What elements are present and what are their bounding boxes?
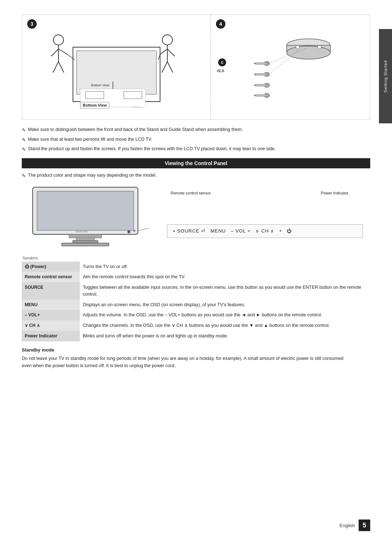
key-pi: Power Indicator bbox=[22, 331, 80, 341]
key-vol: – VOL+ bbox=[22, 310, 80, 320]
svg-point-25 bbox=[287, 46, 330, 59]
c-label: c bbox=[218, 58, 226, 66]
side-tab-text: Getting Started bbox=[383, 60, 388, 93]
svg-line-9 bbox=[167, 49, 175, 56]
cp-note-text: The product color and shape may vary dep… bbox=[28, 173, 156, 178]
svg-marker-37 bbox=[253, 73, 256, 75]
key-ch: ∨ CH ∧ bbox=[22, 320, 80, 331]
svg-line-8 bbox=[160, 49, 167, 54]
svg-rect-34 bbox=[256, 62, 267, 65]
step4-circle: 4 bbox=[216, 19, 225, 29]
key-menu: MENU bbox=[22, 300, 80, 310]
power-indicator-label: Power Indicator bbox=[321, 191, 348, 195]
val-rcs: Aim the remote control towards this spot… bbox=[80, 272, 370, 282]
svg-point-26 bbox=[296, 45, 299, 49]
footer-page: 5 bbox=[359, 520, 370, 531]
key-source: SOURCE bbox=[22, 282, 80, 300]
step4-illustration bbox=[236, 24, 345, 111]
step3-circle: 3 bbox=[27, 19, 37, 29]
tv-diagram-svg: SAMSUNG bbox=[25, 185, 156, 249]
page-container: Getting Started 3 bbox=[0, 0, 392, 542]
button-strip: • SOURCE ⏎ MENU – VOL + ∨ CH ∧ • ⏻ bbox=[167, 224, 363, 238]
note-3: ✎ Stand the product up and fasten the sc… bbox=[22, 145, 370, 153]
table-row: MENU Displays an on-screen menu, the OSD… bbox=[22, 300, 370, 310]
standby-title: Standby mode bbox=[22, 347, 370, 353]
note-text-2: Make sure that at least two persons lift… bbox=[28, 136, 152, 143]
cp-diagram: SAMSUNG Remote control sensor Power Indi… bbox=[22, 184, 370, 249]
svg-marker-40 bbox=[253, 84, 256, 86]
illus-step4: 4 c 4EA bbox=[211, 15, 370, 119]
key-power: ⏻ (Power) bbox=[22, 262, 80, 272]
svg-rect-48 bbox=[76, 238, 94, 240]
val-menu: Displays an on-screen menu, the OSD (on … bbox=[80, 300, 370, 310]
key-rcs: Remote control sensor bbox=[22, 272, 80, 282]
svg-rect-47 bbox=[69, 234, 102, 238]
note-icon-3: ✎ bbox=[22, 146, 26, 153]
table-row: – VOL+ Adjusts the volume. In the OSD, u… bbox=[22, 310, 370, 320]
svg-text:SAMSUNG: SAMSUNG bbox=[75, 230, 88, 233]
note-1: ✎ Make sure to distinguish between the f… bbox=[22, 126, 370, 134]
illus-step3: 3 bbox=[22, 15, 211, 119]
svg-line-51 bbox=[138, 228, 149, 231]
footer: English 5 bbox=[339, 520, 370, 531]
svg-rect-13 bbox=[77, 51, 156, 94]
footer-language: English bbox=[339, 523, 355, 528]
svg-line-11 bbox=[167, 62, 173, 73]
svg-marker-35 bbox=[253, 62, 256, 65]
note-text-1: Make sure to distinguish between the fro… bbox=[28, 126, 243, 133]
svg-point-52 bbox=[127, 230, 130, 233]
cp-note: ✎ The product color and shape may vary d… bbox=[22, 173, 370, 178]
table-row: ∨ CH ∧ Changes the channels. In the OSD,… bbox=[22, 320, 370, 331]
bullet: • bbox=[173, 228, 175, 234]
svg-line-29 bbox=[269, 51, 298, 74]
svg-text:Bottom View: Bottom View bbox=[91, 83, 110, 87]
cp-tv-area: SAMSUNG bbox=[22, 184, 160, 249]
note-text-3: Stand the product up and fasten the scre… bbox=[28, 145, 276, 152]
svg-point-6 bbox=[162, 35, 172, 45]
cp-note-icon: ✎ bbox=[22, 173, 26, 178]
control-table: ⏻ (Power) Turns the TV on or off. Remote… bbox=[22, 262, 370, 341]
standby-section: Standby mode Do not leave your TV in sta… bbox=[22, 347, 370, 369]
notes-section: ✎ Make sure to distinguish between the f… bbox=[22, 126, 370, 153]
val-vol: Adjusts the volume. In the OSD, use the … bbox=[80, 310, 370, 320]
table-row: SOURCE Toggles between all the available… bbox=[22, 282, 370, 300]
svg-point-27 bbox=[318, 45, 321, 49]
table-row: Power Indicator Blinks and turns off whe… bbox=[22, 331, 370, 341]
svg-line-21 bbox=[68, 54, 75, 60]
svg-rect-36 bbox=[256, 73, 267, 75]
svg-line-5 bbox=[58, 62, 64, 73]
illustration-area: 3 bbox=[22, 15, 370, 120]
svg-line-3 bbox=[58, 49, 68, 54]
bottom-view-label: Bottom View bbox=[80, 102, 109, 108]
standby-text: Do not leave your TV in standby mode for… bbox=[22, 355, 348, 369]
svg-rect-42 bbox=[256, 94, 267, 97]
table-row: ⏻ (Power) Turns the TV on or off. bbox=[22, 262, 370, 272]
svg-rect-49 bbox=[73, 240, 98, 243]
side-tab: Getting Started bbox=[379, 29, 392, 123]
svg-rect-50 bbox=[62, 243, 109, 246]
svg-line-4 bbox=[53, 62, 58, 73]
section-header: Viewing the Control Panel bbox=[22, 158, 370, 168]
button-strip-content: SOURCE ⏎ MENU – VOL + ∨ CH ∧ • ⏻ bbox=[177, 228, 292, 234]
val-source: Toggles between all the available input … bbox=[80, 282, 370, 300]
svg-point-0 bbox=[53, 35, 64, 45]
remote-sensor-label: Remote control sensor bbox=[171, 191, 211, 195]
ea-label: 4EA bbox=[217, 69, 224, 73]
svg-point-53 bbox=[133, 230, 135, 232]
val-power: Turns the TV on or off. bbox=[80, 262, 370, 272]
svg-line-10 bbox=[162, 62, 167, 73]
note-icon-1: ✎ bbox=[22, 127, 26, 134]
svg-line-2 bbox=[51, 49, 58, 56]
table-row: Remote control sensor Aim the remote con… bbox=[22, 272, 370, 282]
svg-rect-45 bbox=[37, 191, 134, 230]
note-2: ✎ Make sure that at least two persons li… bbox=[22, 136, 370, 144]
svg-marker-43 bbox=[253, 94, 256, 97]
note-icon-2: ✎ bbox=[22, 136, 26, 144]
val-ch: Changes the channels. In the OSD, use th… bbox=[80, 320, 370, 331]
cp-labels-area: Remote control sensor Power Indicator • … bbox=[160, 184, 370, 249]
speakers-label: Speakers bbox=[23, 256, 370, 260]
val-pi: Blinks and turns off when the power is o… bbox=[80, 331, 370, 341]
svg-rect-39 bbox=[256, 84, 267, 86]
step3-illustration: Bottom View bbox=[33, 25, 200, 109]
